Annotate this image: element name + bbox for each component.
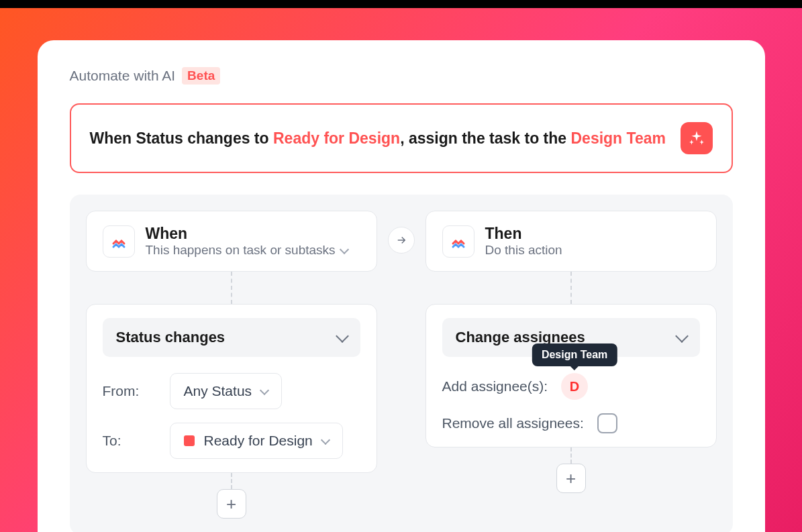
status-color-icon [184,435,195,446]
then-title: Then [485,225,562,243]
connector-line [570,272,572,304]
then-config-card: Change assignees Add assignee(s): Design… [425,304,717,447]
ai-prompt-input[interactable]: When Status changes to Ready for Design,… [70,103,733,173]
connector-line [231,272,232,304]
automation-panel: Automate with AI Beta When Status change… [38,40,765,532]
flow-arrow [388,227,415,254]
then-subtitle: Do this action [485,243,562,258]
when-subtitle-dropdown[interactable]: This happens on task or subtasks [146,243,348,258]
page-title: Automate with AI [70,68,176,84]
chevron-down-icon [339,244,348,254]
add-assignee-label: Add assignee(s): [442,378,548,394]
chevron-down-icon [675,329,689,343]
assignee-tooltip: Design Team [532,343,617,366]
then-header-card: Then Do this action [425,211,717,272]
connector-line [570,447,572,464]
when-header-card: When This happens on task or subtasks [86,211,377,272]
then-column: Then Do this action Change assignees Add… [425,211,717,493]
add-trigger-button[interactable]: + [217,489,246,519]
clickup-logo-icon [103,225,135,258]
assignee-avatar[interactable]: Design Team D [561,373,588,400]
clickup-logo-icon [442,225,474,258]
to-status-dropdown[interactable]: Ready for Design [170,423,343,459]
when-column: When This happens on task or subtasks St… [86,211,377,519]
remove-assignees-checkbox[interactable] [597,413,617,433]
when-config-card: Status changes From: Any Status To: Read… [86,304,377,473]
when-title: When [146,225,348,243]
beta-badge: Beta [182,67,220,85]
to-label: To: [103,433,156,449]
add-action-button[interactable]: + [556,464,586,493]
chevron-down-icon [336,329,349,343]
trigger-dropdown[interactable]: Status changes [103,318,360,357]
prompt-text: When Status changes to Ready for Design,… [90,129,666,148]
sparkle-icon [688,129,705,147]
chevron-down-icon [260,385,269,394]
from-label: From: [103,383,156,399]
chevron-down-icon [321,435,330,444]
automation-workspace: When This happens on task or subtasks St… [70,195,733,532]
generate-button[interactable] [681,122,713,154]
remove-assignees-label: Remove all assignees: [442,415,584,431]
header: Automate with AI Beta [70,67,733,85]
from-status-dropdown[interactable]: Any Status [170,373,283,409]
connector-line [231,473,232,489]
arrow-right-icon [395,234,407,246]
